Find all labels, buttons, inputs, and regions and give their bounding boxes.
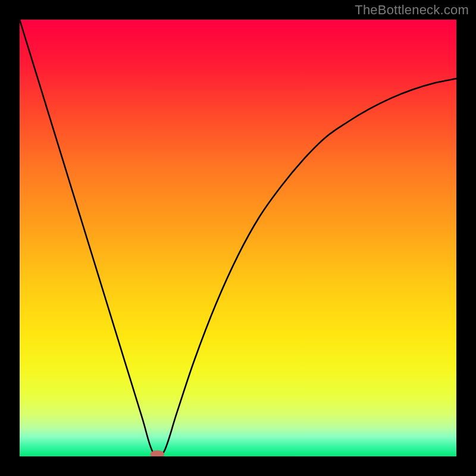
plot-area (20, 20, 456, 456)
watermark-label: TheBottleneck.com (355, 2, 469, 18)
chart-container: TheBottleneck.com (0, 0, 476, 476)
bottleneck-curve (20, 20, 456, 456)
